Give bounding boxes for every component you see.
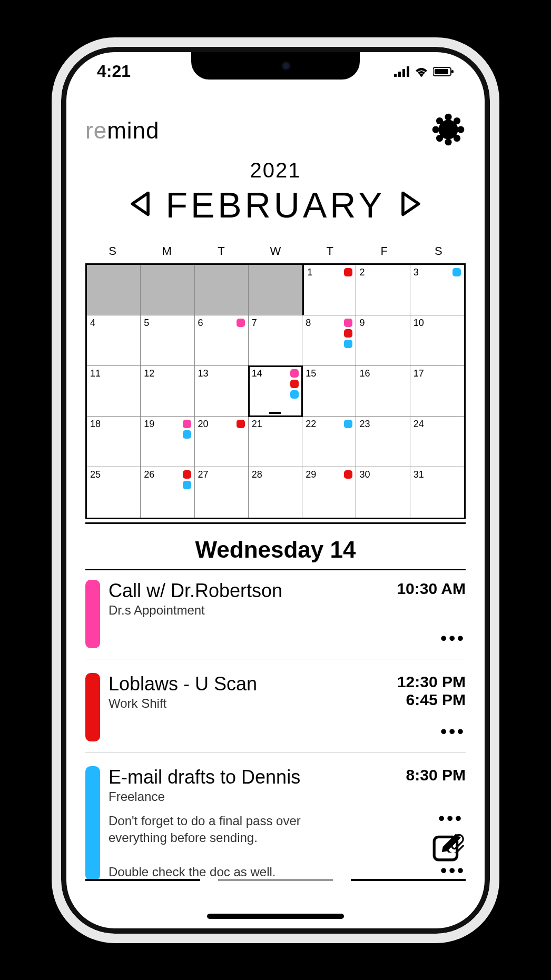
status-indicators	[394, 62, 454, 81]
calendar-cell-blank	[141, 265, 194, 315]
calendar-day-18[interactable]: 18	[87, 417, 141, 467]
pagination-indicator	[85, 879, 466, 881]
calendar-day-9[interactable]: 9	[356, 315, 410, 366]
event-dot	[344, 329, 352, 338]
calendar-day-16[interactable]: 16	[356, 366, 410, 417]
calendar-day-24[interactable]: 24	[410, 417, 464, 467]
dow-label: S	[85, 244, 140, 258]
calendar-day-21[interactable]: 21	[249, 417, 302, 467]
event-item[interactable]: Loblaws - U ScanWork Shift12:30 PM6:45 P…	[85, 673, 466, 753]
battery-icon	[433, 62, 454, 81]
calendar-day-11[interactable]: 11	[87, 366, 141, 417]
dow-label: W	[248, 244, 302, 258]
svg-point-9	[445, 113, 451, 120]
dow-label: M	[140, 244, 194, 258]
calendar-day-13[interactable]: 13	[195, 366, 249, 417]
calendar-day-8[interactable]: 8	[302, 315, 356, 366]
event-dot	[452, 268, 461, 276]
settings-button[interactable]	[431, 112, 466, 149]
calendar-day-10[interactable]: 10	[410, 315, 464, 366]
event-dot	[290, 390, 299, 399]
event-dot	[183, 420, 191, 428]
event-color-bar	[85, 673, 100, 741]
dow-label: T	[194, 244, 248, 258]
compose-icon	[431, 830, 464, 863]
svg-point-15	[436, 134, 443, 141]
dow-label: T	[303, 244, 357, 258]
calendar-cell-blank	[87, 265, 141, 315]
event-dot	[183, 470, 191, 479]
event-dot	[344, 420, 352, 428]
event-more-button[interactable]: •••	[440, 628, 466, 648]
prev-month-button[interactable]	[126, 189, 156, 221]
calendar-day-12[interactable]: 12	[141, 366, 194, 417]
event-more-button[interactable]: •••	[440, 721, 466, 741]
calendar-day-6[interactable]: 6	[195, 315, 249, 366]
calendar-day-31[interactable]: 31	[410, 467, 464, 518]
svg-rect-7	[451, 70, 454, 73]
event-dot	[237, 319, 245, 327]
phone-mockup: 4:21 remind	[52, 37, 499, 943]
selected-day-header: Wednesday 14	[85, 537, 466, 570]
calendar-day-23[interactable]: 23	[356, 417, 410, 467]
svg-rect-2	[402, 69, 405, 77]
calendar-day-28[interactable]: 28	[249, 467, 302, 518]
calendar-cell-blank	[195, 265, 249, 315]
calendar-day-22[interactable]: 22	[302, 417, 356, 467]
more-icon: •••	[431, 808, 464, 828]
svg-point-14	[454, 117, 460, 124]
dow-label: F	[357, 244, 411, 258]
event-dot	[344, 268, 352, 276]
dow-label: S	[411, 244, 466, 258]
event-title: E-mail drafts to Dennis	[109, 766, 368, 788]
event-note: Don't forget to do a final pass over eve…	[109, 813, 335, 881]
calendar-day-5[interactable]: 5	[141, 315, 194, 366]
event-dot	[290, 369, 299, 378]
event-category: Work Shift	[109, 696, 368, 711]
event-color-bar	[85, 766, 100, 881]
calendar-day-29[interactable]: 29	[302, 467, 356, 518]
calendar-day-27[interactable]: 27	[195, 467, 249, 518]
next-month-button[interactable]	[395, 189, 425, 221]
event-dot	[237, 420, 245, 428]
cellular-signal-icon	[394, 62, 410, 81]
svg-point-4	[420, 74, 423, 77]
svg-rect-0	[394, 74, 397, 77]
calendar-day-20[interactable]: 20	[195, 417, 249, 467]
svg-point-12	[457, 126, 464, 133]
event-category: Freelance	[109, 789, 368, 804]
event-title: Call w/ Dr.Robertson	[109, 580, 368, 602]
calendar-month: FEBRUARY	[165, 184, 385, 225]
calendar-day-4[interactable]: 4	[87, 315, 141, 366]
chevron-left-icon	[126, 189, 156, 219]
event-item[interactable]: Call w/ Dr.RobertsonDr.s Appointment10:3…	[85, 580, 466, 659]
calendar-grid: SMTWTFS 12345678910111213141516171819202…	[85, 239, 466, 524]
calendar-day-15[interactable]: 15	[302, 366, 356, 417]
event-dot	[344, 319, 352, 327]
calendar-day-1[interactable]: 1	[302, 265, 356, 315]
phone-notch	[191, 52, 360, 80]
event-title: Loblaws - U Scan	[109, 673, 368, 695]
calendar-day-17[interactable]: 17	[410, 366, 464, 417]
event-item[interactable]: E-mail drafts to DennisFreelanceDon't fo…	[85, 766, 466, 892]
event-dot	[290, 380, 299, 388]
svg-rect-1	[398, 72, 401, 77]
app-title: remind	[85, 117, 160, 144]
svg-point-11	[432, 126, 439, 133]
svg-rect-6	[435, 69, 448, 74]
event-dot	[183, 481, 191, 489]
status-time: 4:21	[97, 62, 131, 81]
calendar-day-19[interactable]: 19	[141, 417, 194, 467]
event-dot	[344, 340, 352, 348]
calendar-day-30[interactable]: 30	[356, 467, 410, 518]
calendar-day-25[interactable]: 25	[87, 467, 141, 518]
calendar-cell-blank	[249, 265, 302, 315]
event-color-bar	[85, 580, 100, 648]
calendar-day-3[interactable]: 3	[410, 265, 464, 315]
calendar-day-14[interactable]: 14	[249, 366, 302, 417]
home-indicator[interactable]	[207, 914, 344, 919]
compose-button[interactable]: •••	[431, 808, 464, 865]
calendar-day-7[interactable]: 7	[249, 315, 302, 366]
calendar-day-2[interactable]: 2	[356, 265, 410, 315]
calendar-day-26[interactable]: 26	[141, 467, 194, 518]
